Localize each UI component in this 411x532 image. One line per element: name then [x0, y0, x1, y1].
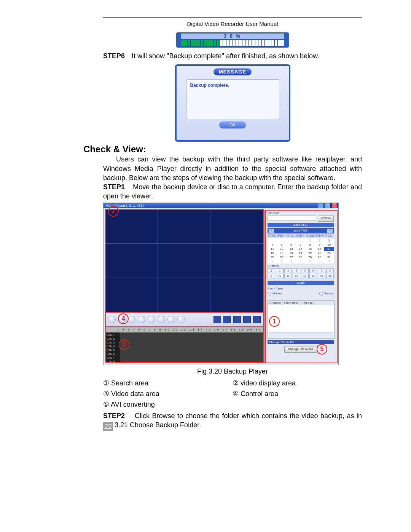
marker-2: 2: [108, 206, 119, 217]
minimize-icon[interactable]: _: [318, 203, 324, 208]
step6-row: STEP6 It will show "Backup complete" aft…: [103, 51, 362, 61]
channel-label: Channel: [268, 264, 334, 267]
camera-label-column: CAM 1CAM 2CAM 3CAM 4CAM 5CAM 6CAM 7CAM 8: [106, 332, 120, 362]
legend-5: ⑤ AVI converting: [103, 399, 233, 410]
step1-text: Move the backup device or disc to a comp…: [103, 183, 362, 200]
calendar-title: 2009年5月: [293, 228, 308, 233]
legend-4: ④ Control area: [233, 388, 362, 399]
layout-16-icon[interactable]: [243, 316, 251, 323]
calendar-grid[interactable]: 星期日星期一星期二星期三星期四星期五星期六1234567891011121314…: [268, 233, 334, 264]
layout-1-icon[interactable]: [213, 316, 221, 323]
calendar-prev-icon[interactable]: <: [268, 228, 274, 233]
col-channel: Channel: [268, 301, 283, 305]
page-number: 22: [103, 422, 113, 431]
radio-sensor-label: Sensor: [324, 292, 334, 295]
marker-3: 3: [119, 339, 129, 350]
marker-5: 5: [317, 344, 327, 355]
horizontal-scrollbar[interactable]: [269, 332, 333, 337]
step1-label: STEP1: [103, 183, 125, 191]
timeline-ruler: 1 2 3 4 5 6 7 8 9 10 11 12 13 14 15 16 1…: [106, 327, 263, 332]
avi-convert-button[interactable]: Change File to AVI: [284, 347, 317, 353]
backup-player-screenshot: VideoPlayer(1. 0. 1. 413) _ □ X: [103, 203, 339, 365]
file-path-section: File Path Browse: [268, 211, 334, 222]
ffwd-button[interactable]: [167, 316, 175, 323]
layout-full-icon[interactable]: [253, 316, 261, 323]
layout-4-icon[interactable]: [223, 316, 231, 323]
legend-3: ③ Video data area: [103, 388, 233, 399]
calendar-header: < 2009年5月 >: [268, 228, 334, 233]
radio-motion-label: Motion: [272, 292, 282, 295]
radio-motion[interactable]: Motion: [268, 292, 282, 296]
progress-track: [181, 40, 284, 46]
message-dialog-ok-button[interactable]: OK: [219, 121, 246, 128]
figure-caption: Fig 3.20 Backup Player: [103, 367, 362, 375]
stop-button[interactable]: [138, 316, 145, 323]
marker-4: 4: [118, 313, 129, 324]
event-header: Event: [268, 281, 334, 285]
message-dialog: MESSAGE Backup complete. OK: [175, 64, 290, 142]
layout-9-icon[interactable]: [233, 316, 241, 323]
legend-1: ① Search area: [103, 378, 233, 388]
rewind-button[interactable]: [158, 316, 165, 323]
backup-progress: 3 8 %: [176, 32, 289, 48]
event-type-label: Event Type: [268, 287, 334, 290]
marker-1: 1: [269, 316, 280, 327]
maximize-icon[interactable]: □: [325, 203, 331, 208]
close-icon[interactable]: X: [331, 203, 338, 208]
intro-paragraph: Users can view the backup with the third…: [103, 155, 362, 182]
volume-button[interactable]: [177, 316, 185, 323]
legend-2: ② video display area: [233, 378, 362, 388]
progress-percent-text: 3 8 %: [181, 34, 284, 39]
file-path-input[interactable]: [268, 216, 316, 221]
figure-legend: ① Search area ② video display area ③ Vid…: [103, 378, 362, 410]
next-button[interactable]: [148, 316, 155, 323]
message-dialog-body: Backup complete.: [186, 79, 279, 119]
prev-button[interactable]: [108, 316, 116, 323]
col-start-time: Start Time: [283, 301, 300, 305]
event-type-row: Event Type Motion Sensor: [268, 287, 334, 296]
calendar-next-icon[interactable]: >: [327, 228, 333, 233]
step6-label: STEP6: [103, 51, 132, 61]
channel-grid[interactable]: 12345678910111213141516: [268, 268, 334, 278]
bp-window-titlebar: VideoPlayer(1. 0. 1. 413) _ □ X: [104, 203, 338, 208]
message-dialog-title: MESSAGE: [213, 68, 252, 75]
step1-row: STEP1 Move the backup device or disc to …: [103, 182, 362, 201]
radio-sensor[interactable]: Sensor: [319, 292, 334, 296]
bp-video-display-area: [106, 210, 263, 312]
pause-button[interactable]: [128, 316, 135, 323]
step2-row: STEP2 Click Browse to choose the folder …: [103, 411, 362, 430]
step2-text: Click Browse to choose the folder which …: [103, 412, 362, 429]
col-end-time: End Tim: [300, 301, 314, 305]
file-path-label: File Path: [268, 211, 334, 215]
selected-date-tab[interactable]: 2009-05-17: [268, 223, 334, 227]
step2-label: STEP2: [103, 412, 125, 420]
avi-section-label: Change File to AVI: [268, 340, 334, 344]
step6-text: It will show "Backup complete" after fin…: [132, 51, 362, 61]
bp-control-area: [106, 313, 263, 326]
check-view-heading: Check & View:: [83, 144, 362, 155]
content-frame: Digital Video Recorder User Manual 3 8 %…: [103, 17, 362, 430]
manual-header: Digital Video Recorder User Manual: [103, 18, 362, 32]
browse-button[interactable]: Browse: [318, 216, 334, 222]
